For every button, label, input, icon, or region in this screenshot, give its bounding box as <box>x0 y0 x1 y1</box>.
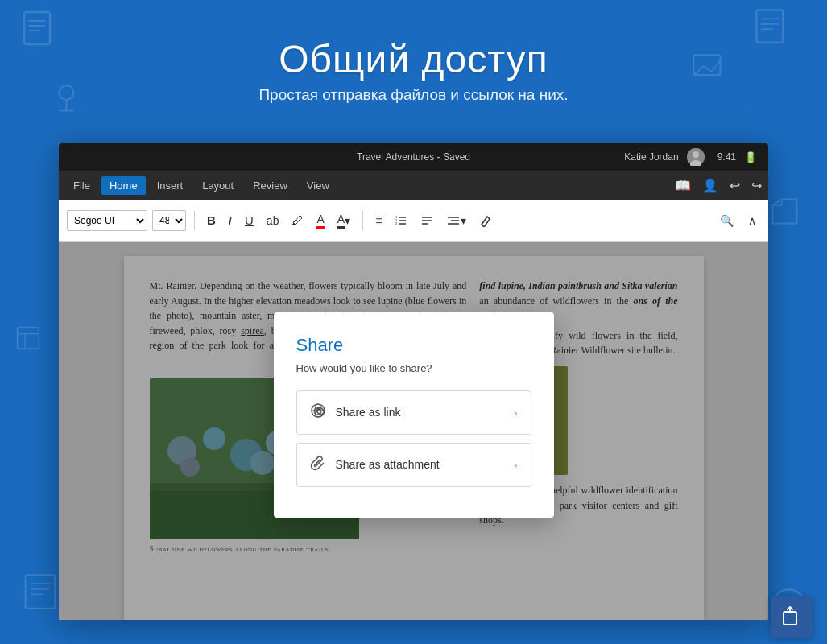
app-window: Travel Adventures - Saved Katie Jordan 9… <box>59 143 768 620</box>
share-as-link-option[interactable]: Share as link › <box>296 390 531 435</box>
link-icon <box>310 402 326 423</box>
share-attachment-label: Share as attachment <box>336 458 515 471</box>
font-family-select[interactable]: Segoe UI <box>67 210 147 231</box>
document-area: Mt. Rainier. Depending on the weather, f… <box>59 242 768 620</box>
font-color-2-button[interactable]: A▾ <box>333 210 354 231</box>
bullet-list-button[interactable]: ≡ <box>371 212 386 229</box>
menu-bar-icons: 📖 👤 ↩ ↪ <box>675 178 762 193</box>
ribbon: Segoe UI 48 B I U ab 🖊 A A▾ ≡ 123 <box>59 200 768 242</box>
italic-button[interactable]: I <box>225 211 236 229</box>
menu-layout[interactable]: Layout <box>194 176 242 195</box>
page-subtitle: Простая отправка файлов и ссылок на них. <box>258 86 568 104</box>
font-color-button[interactable]: A <box>312 210 328 231</box>
share-icon <box>780 605 803 628</box>
book-icon[interactable]: 📖 <box>675 178 691 193</box>
search-button[interactable]: 🔍 <box>716 212 738 229</box>
bold-button[interactable]: B <box>203 211 220 229</box>
redo-icon[interactable]: ↪ <box>751 178 762 193</box>
font-size-select[interactable]: 48 <box>152 210 186 231</box>
modal-title: Share <box>296 335 531 356</box>
underline-button[interactable]: U <box>241 211 258 229</box>
battery-icon: 🔋 <box>744 151 757 163</box>
share-as-attachment-option[interactable]: Share as attachment › <box>296 443 531 487</box>
menu-insert[interactable]: Insert <box>149 176 192 195</box>
title-bar: Travel Adventures - Saved Katie Jordan 9… <box>59 143 768 171</box>
menu-home[interactable]: Home <box>101 176 146 195</box>
menu-review[interactable]: Review <box>245 176 296 195</box>
svg-rect-17 <box>18 328 39 349</box>
collapse-button[interactable]: ∧ <box>744 212 760 229</box>
user-name: Katie Jordan <box>624 151 678 163</box>
avatar <box>687 148 705 166</box>
share-modal: Share How would you like to share? <box>274 312 554 518</box>
share-link-chevron: › <box>514 407 517 419</box>
menu-bar: File Home Insert Layout Review View 📖 👤 … <box>59 171 768 200</box>
ribbon-right-icons: 🔍 ∧ <box>716 212 760 229</box>
attachment-icon <box>310 455 326 475</box>
bottom-action-button[interactable] <box>771 596 813 638</box>
align-button[interactable] <box>416 212 437 229</box>
numbered-list-button[interactable]: 123 <box>391 212 411 229</box>
strikethrough-button[interactable]: ab <box>263 212 283 229</box>
paint-button[interactable] <box>475 212 496 229</box>
menu-view[interactable]: View <box>299 176 337 195</box>
svg-point-21 <box>693 151 699 158</box>
svg-text:3: 3 <box>395 221 398 225</box>
indent-button[interactable]: ▾ <box>442 212 470 229</box>
menu-file[interactable]: File <box>65 176 98 195</box>
header-area: Общий доступ Простая отправка файлов и с… <box>0 0 827 141</box>
modal-subtitle: How would you like to share? <box>296 362 531 374</box>
document-title: Travel Adventures - Saved <box>357 151 470 163</box>
page-title: Общий доступ <box>279 37 548 81</box>
ribbon-divider-2 <box>362 211 363 230</box>
svg-rect-52 <box>784 612 796 625</box>
modal-overlay: Share How would you like to share? <box>59 242 768 620</box>
share-link-label: Share as link <box>336 406 515 419</box>
undo-icon[interactable]: ↩ <box>730 178 740 193</box>
highlight-button[interactable]: 🖊 <box>287 211 308 229</box>
share-attachment-chevron: › <box>514 459 517 471</box>
time-display: 9:41 <box>717 151 736 163</box>
ribbon-divider-1 <box>194 211 195 230</box>
svg-rect-12 <box>26 575 56 609</box>
person-icon[interactable]: 👤 <box>702 178 718 193</box>
